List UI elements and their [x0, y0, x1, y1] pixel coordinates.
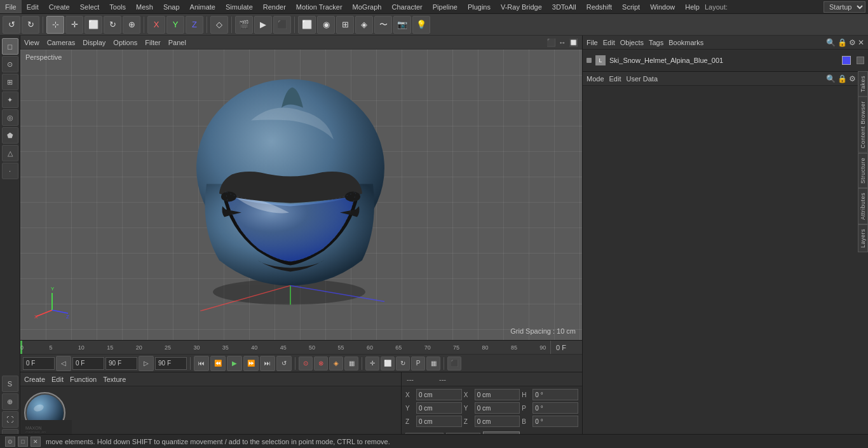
- go-start-button[interactable]: ⏮: [194, 356, 209, 371]
- menu-select[interactable]: Select: [75, 0, 105, 13]
- mat-edit-menu[interactable]: Edit: [51, 376, 64, 383]
- fcurve-button[interactable]: ▦: [426, 356, 440, 370]
- render-play-button[interactable]: ▶: [254, 16, 272, 34]
- play-button[interactable]: ▶: [227, 356, 242, 371]
- attr-mode-menu[interactable]: Mode: [587, 75, 604, 83]
- menu-file[interactable]: File: [0, 0, 22, 13]
- vp-panel-menu[interactable]: Panel: [168, 39, 186, 46]
- menu-render[interactable]: Render: [258, 0, 291, 13]
- menu-create[interactable]: Create: [44, 0, 75, 13]
- vp-options-menu[interactable]: Options: [113, 39, 137, 46]
- mat-function-menu[interactable]: Function: [70, 376, 97, 383]
- end-frame-field[interactable]: 90 F: [105, 357, 137, 370]
- obj-tags-menu[interactable]: Tags: [649, 39, 663, 46]
- status-icon-3[interactable]: ✕: [31, 437, 41, 447]
- undo-button[interactable]: ↺: [3, 16, 20, 34]
- viewport-toggle-button[interactable]: ⬛: [447, 356, 461, 370]
- start-frame-field[interactable]: 0 F: [23, 357, 55, 370]
- menu-motion-tracker[interactable]: Motion Tracker: [291, 0, 348, 13]
- attr-search-icon[interactable]: 🔍: [826, 74, 836, 83]
- obj-search-icon[interactable]: 🔍: [826, 38, 836, 47]
- h-rot-input[interactable]: 0 °: [532, 389, 578, 400]
- menu-help[interactable]: Help: [680, 0, 705, 13]
- p-rot-input[interactable]: 0 °: [532, 402, 578, 414]
- attr-userdata-menu[interactable]: User Data: [627, 75, 658, 83]
- object-tag-icon[interactable]: [857, 57, 864, 64]
- menu-character[interactable]: Character: [386, 0, 427, 13]
- menu-edit[interactable]: Edit: [22, 0, 44, 13]
- vp-cameras-menu[interactable]: Cameras: [47, 39, 76, 46]
- timeline[interactable]: 051015202530354045505560657075808590 0 F: [20, 340, 582, 354]
- obj-lock-icon[interactable]: 🔒: [837, 38, 847, 47]
- object-mode-button[interactable]: ◇: [210, 16, 228, 34]
- rotate-tool-button[interactable]: ↻: [104, 16, 121, 34]
- obj-config-icon[interactable]: ⚙: [849, 38, 856, 47]
- obj-expand-icon[interactable]: [587, 58, 592, 63]
- go-end-button[interactable]: ⏭: [260, 356, 275, 371]
- keyframe-button[interactable]: ◈: [329, 356, 343, 370]
- rotate-key-button[interactable]: ↻: [396, 356, 410, 370]
- render-region-button[interactable]: ⬛: [273, 16, 291, 34]
- timeline-ruler[interactable]: 051015202530354045505560657075808590: [20, 341, 550, 354]
- tab-attributes[interactable]: Attributes: [858, 188, 868, 224]
- prev-frame-button[interactable]: ⏪: [210, 356, 226, 371]
- obj-file-menu[interactable]: File: [587, 39, 598, 46]
- render-clapper-button[interactable]: 🎬: [235, 16, 253, 34]
- texture-mode-button[interactable]: ⊙: [2, 56, 18, 72]
- menu-tools[interactable]: Tools: [104, 0, 131, 13]
- vp-view-menu[interactable]: View: [24, 39, 39, 46]
- camera-button[interactable]: 📷: [393, 16, 411, 34]
- viewport[interactable]: Perspective: [20, 50, 582, 340]
- param-key-button[interactable]: P: [411, 356, 425, 370]
- y-size-input[interactable]: 0 cm: [475, 402, 520, 414]
- y-pos-input[interactable]: 0 cm: [416, 402, 462, 414]
- model-mode-button[interactable]: ◻: [2, 38, 18, 55]
- obj-objects-menu[interactable]: Objects: [620, 39, 644, 46]
- attr-edit-menu[interactable]: Edit: [609, 75, 621, 83]
- menu-window[interactable]: Window: [645, 0, 680, 13]
- z-pos-input[interactable]: 0 cm: [416, 416, 462, 427]
- x-axis-button[interactable]: X: [147, 16, 165, 34]
- mat-create-menu[interactable]: Create: [24, 376, 45, 383]
- menu-redshift[interactable]: Redshift: [581, 0, 617, 13]
- point-button[interactable]: ·: [2, 163, 18, 179]
- loop-button[interactable]: ↺: [276, 356, 292, 371]
- x-size-input[interactable]: 0 cm: [475, 389, 520, 400]
- move-key-button[interactable]: ✛: [365, 356, 379, 370]
- scale-tool-button[interactable]: ⬜: [85, 16, 102, 34]
- menu-vray-bridge[interactable]: V-Ray Bridge: [496, 0, 547, 13]
- auto-key-button[interactable]: ⊗: [314, 356, 328, 370]
- edge-button[interactable]: △: [2, 145, 18, 161]
- deformer-button[interactable]: ◈: [355, 16, 373, 34]
- object-color-swatch[interactable]: [842, 56, 851, 65]
- tab-content-browser[interactable]: Content Browser: [858, 97, 868, 153]
- layout-select[interactable]: Startup: [824, 1, 865, 13]
- y-axis-button[interactable]: Y: [166, 16, 184, 34]
- attr-lock-icon[interactable]: 🔒: [837, 74, 847, 83]
- generator-button[interactable]: ⊞: [336, 16, 354, 34]
- status-icon-2[interactable]: □: [18, 437, 28, 447]
- z-size-input[interactable]: 0 cm: [475, 416, 520, 427]
- z-axis-button[interactable]: Z: [186, 16, 203, 34]
- tab-takes[interactable]: Takes: [858, 71, 868, 97]
- current-frame-field[interactable]: 0 F: [72, 357, 104, 370]
- sculpt-button[interactable]: ✦: [2, 92, 18, 108]
- redo-button[interactable]: ↻: [22, 16, 39, 34]
- vp-filter-menu[interactable]: Filter: [145, 39, 160, 46]
- current-frame-field2[interactable]: 90 F: [155, 357, 187, 370]
- spline-button[interactable]: 〜: [374, 16, 392, 34]
- menu-script[interactable]: Script: [617, 0, 645, 13]
- transform-tool-button[interactable]: ⊕: [123, 16, 140, 34]
- polygon-button[interactable]: ⬟: [2, 127, 18, 144]
- menu-snap[interactable]: Snap: [158, 0, 185, 13]
- menu-mograph[interactable]: MoGraph: [348, 0, 387, 13]
- cube-button[interactable]: ⬜: [298, 16, 316, 34]
- menu-pipeline[interactable]: Pipeline: [428, 0, 463, 13]
- obj-bookmarks-menu[interactable]: Bookmarks: [668, 39, 703, 46]
- menu-3dtoall[interactable]: 3DToAll: [547, 0, 581, 13]
- mat-texture-menu[interactable]: Texture: [103, 376, 126, 383]
- select-tool-button[interactable]: ⊹: [46, 16, 64, 34]
- vp-lock-icon[interactable]: 🔲: [569, 38, 578, 47]
- tab-structure[interactable]: Structure: [858, 153, 868, 188]
- tab-layers[interactable]: Layers: [858, 224, 868, 252]
